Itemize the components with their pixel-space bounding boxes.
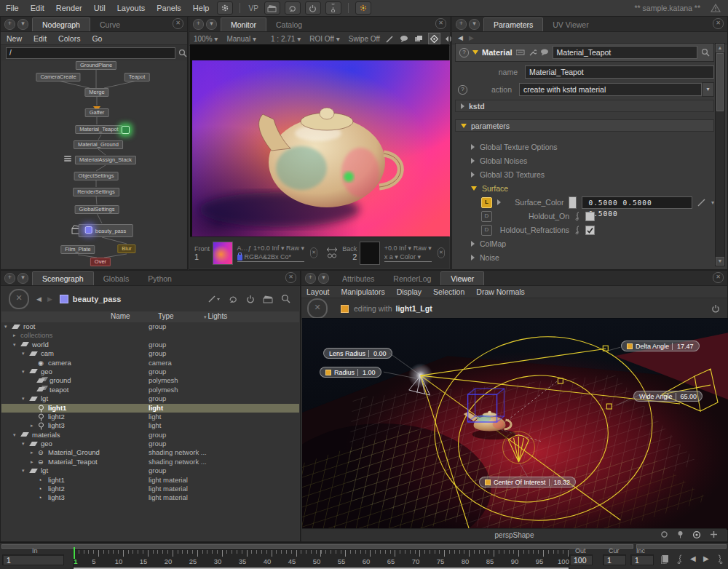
menu-display[interactable]: Display (392, 287, 427, 296)
node-objectsettings[interactable]: ObjectSettings (74, 172, 119, 180)
camera-icon[interactable] (692, 530, 701, 539)
menu-render[interactable]: Render (50, 4, 88, 12)
tree-row-light1-selected[interactable]: light1light (1, 404, 299, 413)
clear-selection-icon[interactable]: ✕ (9, 289, 29, 309)
power-icon[interactable] (305, 1, 321, 15)
node-teapot[interactable]: Teapot (124, 73, 150, 81)
cur-field[interactable]: 1 (603, 554, 626, 565)
front-thumbnail[interactable] (213, 242, 233, 265)
menu-go[interactable]: Go (86, 34, 108, 43)
slate-icon[interactable] (263, 295, 273, 303)
scrollbar-horizontal[interactable] (1, 544, 633, 549)
forward-icon[interactable]: ▶ (469, 34, 474, 41)
pane-menu-icon[interactable]: ▾ (206, 19, 217, 30)
tab-curve[interactable]: Curve (90, 18, 130, 31)
front-info-2[interactable]: RGBA&2Bx Co* (245, 253, 292, 260)
node-beauty-pass[interactable]: beauty_pass (79, 224, 133, 237)
node-rendersettings[interactable]: RenderSettings (73, 188, 119, 196)
wide-angle-pill[interactable]: Wide Angle65.00 (633, 391, 703, 402)
default-badge[interactable]: D (481, 225, 492, 236)
default-badge[interactable]: D (481, 211, 492, 222)
expand-view-icon[interactable] (428, 33, 440, 44)
kstd-group[interactable]: kstd (455, 100, 714, 112)
tree-row-ground[interactable]: groundpolymesh (1, 376, 299, 385)
front-info-1[interactable]: A…ƒ 1+0.0 Inf ▾ Raw ▾ (237, 244, 304, 252)
tree-row-materials[interactable]: ▾materialsgroup (1, 431, 299, 439)
close-icon[interactable]: ✕ (435, 18, 446, 29)
menu-draw-normals[interactable]: Draw Normals (471, 287, 530, 296)
swipe-toggle[interactable]: Swipe Off (349, 35, 380, 43)
roi-select[interactable]: ROI Off ▾ (309, 35, 340, 43)
tab-nodegraph[interactable]: Nodegraph (32, 17, 90, 31)
delta-angle-pill[interactable]: Delta Angle17.47 (621, 341, 700, 351)
local-badge[interactable]: L (481, 197, 492, 208)
node-name-field[interactable]: Material_Teapot (553, 46, 697, 59)
comment-icon[interactable] (540, 49, 549, 56)
add-pane-icon[interactable]: + (4, 273, 15, 284)
back-thumbnail[interactable] (360, 242, 380, 265)
nodegraph-canvas[interactable]: GroundPlane CameraCreate Teapot Merge Ga… (1, 60, 186, 268)
group-colmap[interactable]: ColMap (471, 238, 714, 250)
menu-new[interactable]: New (1, 34, 28, 43)
refresh-icon[interactable] (285, 1, 301, 15)
tab-monitor[interactable]: Monitor (221, 17, 266, 31)
node-cameracreate[interactable]: CameraCreate (36, 73, 80, 81)
menu-util[interactable]: Util (88, 4, 111, 12)
viewer-3d-viewport[interactable]: Lens Radius0.00 Radius1.00 Delta Angle17… (302, 318, 728, 530)
step-forward-icon[interactable]: ▶ (703, 554, 709, 562)
add-pane-icon[interactable]: + (305, 273, 316, 284)
light-icon[interactable] (677, 530, 684, 539)
back-icon[interactable]: ◀ (458, 34, 463, 41)
tree-row-light3[interactable]: ▸light3light (1, 421, 299, 430)
clear-edit-icon[interactable]: ✕ (307, 298, 328, 319)
ab-link-icons[interactable] (326, 247, 338, 258)
rename-icon[interactable] (516, 49, 525, 55)
lock-icon[interactable] (237, 255, 242, 260)
parameters-group[interactable]: parameters (455, 119, 714, 132)
tree-row-material-teapot[interactable]: ▸⊖Material_Teapotshading network ... (1, 458, 299, 466)
tab-viewer[interactable]: Viewer (440, 271, 484, 285)
tab-attributes[interactable]: Attributes (333, 272, 384, 285)
add-pane-icon[interactable]: + (193, 19, 204, 30)
back-info-1[interactable]: +0.0 Inf ▾ Raw ▾ (384, 244, 432, 252)
back-icon[interactable]: ◀ (36, 295, 41, 303)
column-lights[interactable]: ▾ Lights (204, 312, 227, 320)
pane-menu-icon[interactable]: ▾ (17, 273, 28, 284)
inc-field[interactable]: 1 (630, 554, 654, 565)
ratio-select[interactable]: 1 : 2.71 ▾ (271, 35, 301, 43)
settings-gear-icon[interactable] (217, 1, 233, 15)
power-icon[interactable] (711, 304, 727, 313)
slate-icon[interactable] (264, 1, 280, 15)
search-icon[interactable] (701, 48, 710, 57)
zoom-select[interactable]: 100% ▾ (194, 35, 218, 43)
annotate-pen-icon[interactable] (384, 33, 395, 44)
step-back-icon[interactable]: ◀ (690, 554, 696, 562)
group-surface[interactable]: Surface (471, 183, 714, 194)
group-global-noises[interactable]: Global Noises (471, 155, 714, 167)
tree-row-material-ground[interactable]: ▸⊖Material_Groundshading network ... (1, 448, 299, 457)
group-global-texture-options[interactable]: Global Texture Options (471, 141, 714, 153)
holdout-refractions-checkbox[interactable] (585, 226, 595, 235)
key-next-icon[interactable] (716, 554, 724, 564)
render-gear-icon[interactable] (355, 1, 371, 15)
tree-row-camera[interactable]: ◉cameracamera (1, 359, 299, 367)
close-icon[interactable]: ✕ (173, 18, 183, 29)
radius-pill[interactable]: Radius1.00 (320, 367, 381, 378)
color-swatch[interactable] (569, 196, 577, 209)
power-icon[interactable] (246, 295, 255, 303)
scrollbar[interactable]: ▲ ▼ (715, 43, 725, 266)
update-mode-select[interactable]: Manual ▾ (226, 35, 256, 43)
warning-icon[interactable] (711, 4, 721, 12)
hook-icon[interactable] (325, 1, 341, 15)
clear-front-icon[interactable]: ✕ (310, 247, 317, 258)
tree-row-light2[interactable]: light2light (1, 413, 299, 421)
keyframe-icon[interactable] (574, 226, 580, 234)
scroll-down-icon[interactable]: ▼ (716, 257, 724, 266)
menu-edit[interactable]: Edit (25, 4, 50, 12)
help-icon[interactable]: ? (459, 48, 469, 57)
center-of-interest-pill[interactable]: Center Of Interest18.32 (479, 477, 576, 488)
node-over[interactable]: Over (90, 258, 111, 266)
key-prev-icon[interactable] (676, 554, 684, 564)
expand-icon[interactable] (472, 50, 478, 55)
tree-row-lgt-light3[interactable]: ◔light3light material (1, 493, 299, 502)
